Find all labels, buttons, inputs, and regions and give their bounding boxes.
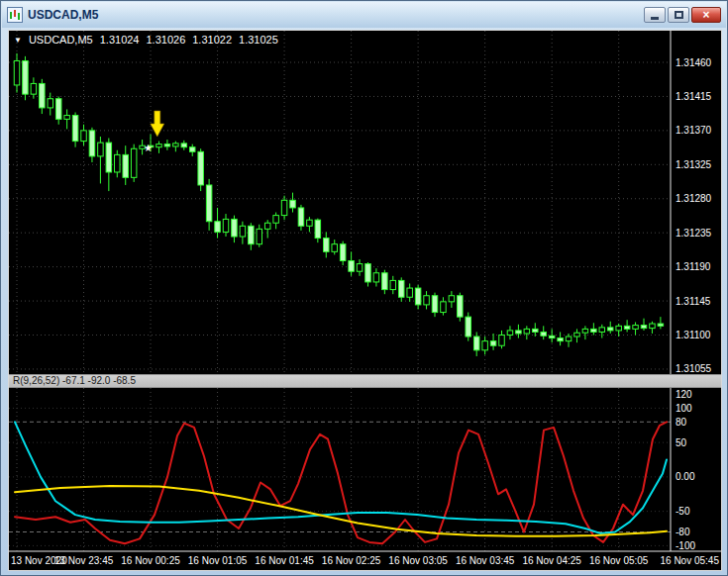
time-tick-label[interactable]: 16 Nov 05:05 (589, 555, 649, 566)
chevron-down-icon[interactable]: ▼ (14, 36, 22, 45)
indicator-label: R(9,26,52) -67.1 -92.0 -68.5 (13, 375, 136, 386)
candle-body (81, 131, 87, 142)
candle-body (31, 83, 36, 94)
candle-body (482, 341, 488, 350)
candle-body (232, 219, 238, 237)
candle-body (357, 264, 363, 272)
time-tick-label[interactable]: 16 Nov 03:05 (388, 555, 448, 566)
title-bar[interactable]: USDCAD,M5 × (2, 2, 726, 28)
candle-body (240, 226, 246, 237)
candle-body (558, 338, 564, 341)
minimize-button[interactable] (644, 7, 666, 23)
candle-body (365, 264, 371, 282)
price-tick-label[interactable]: 1.31190 (676, 261, 711, 272)
candle-body (64, 116, 70, 120)
time-tick-label[interactable]: 16 Nov 01:05 (188, 555, 248, 566)
candle-body (40, 83, 46, 107)
maximize-button[interactable] (668, 7, 689, 23)
candle-body (541, 332, 547, 336)
candle-body (189, 147, 195, 152)
candle-body (449, 296, 455, 302)
candle-body (533, 329, 539, 332)
candle-body (390, 280, 396, 289)
candle-body (14, 60, 20, 84)
oscillator-tick-label[interactable]: -100 (676, 540, 695, 551)
price-tick-label[interactable]: 1.31325 (676, 159, 712, 170)
oscillator-tick-label[interactable]: 0.00 (676, 471, 695, 482)
candle-body (549, 336, 555, 337)
candle-body (106, 143, 112, 172)
star-marker-icon[interactable]: ★ (144, 143, 153, 153)
oscillator-tick-label[interactable]: 80 (676, 417, 687, 428)
candle-body (273, 216, 279, 224)
candle-body (123, 154, 129, 177)
down-arrow-marker-icon[interactable] (151, 111, 164, 137)
candle-body (499, 336, 505, 346)
quote-close: 1.31025 (239, 34, 278, 46)
candle-body (249, 226, 255, 243)
candle-body (432, 296, 438, 313)
candle-body (324, 239, 330, 252)
time-tick-label[interactable]: 16 Nov 02:25 (322, 555, 381, 566)
candle-body (658, 324, 664, 326)
candle-body (441, 302, 447, 313)
candle-body (72, 116, 78, 142)
candle-body (407, 288, 413, 297)
candle-body (574, 333, 580, 336)
quote-open: 1.31024 (100, 34, 140, 46)
quote-high: 1.31026 (146, 34, 185, 46)
price-tick-label[interactable]: 1.31145 (676, 296, 711, 307)
candle-body (290, 200, 296, 208)
price-tick-label[interactable]: 1.31460 (676, 57, 712, 68)
chart-area[interactable]: ▼ USDCAD,M5 1.31024 1.31026 1.31022 1.31… (8, 30, 722, 571)
candle-body (633, 326, 639, 330)
candle-body (206, 185, 212, 222)
time-tick-label[interactable]: 13 Nov 23:45 (54, 555, 114, 566)
time-tick-label[interactable]: 16 Nov 00:25 (121, 555, 180, 566)
candle-body (281, 200, 287, 215)
price-tick-label[interactable]: 1.31055 (676, 363, 712, 374)
time-tick-label[interactable]: 16 Nov 04:25 (522, 555, 581, 566)
candle-body (490, 341, 496, 346)
price-tick-label[interactable]: 1.31370 (676, 125, 712, 136)
candle-body (398, 280, 404, 297)
candle-body (458, 296, 464, 317)
time-tick-label[interactable]: 16 Nov 03:45 (456, 555, 515, 566)
oscillator-tick-label[interactable]: 120 (676, 389, 692, 400)
price-tick-label[interactable]: 1.31235 (676, 228, 712, 239)
candle-body (340, 244, 346, 261)
maximize-icon (675, 11, 683, 19)
oscillator-tick-label[interactable]: -50 (676, 506, 690, 517)
candle-body (616, 326, 622, 331)
price-tick-label[interactable]: 1.31280 (676, 193, 712, 204)
oscillator-tick-label[interactable]: -80 (676, 527, 690, 537)
candle-body (215, 222, 221, 233)
candle-body (164, 144, 170, 146)
candle-body (566, 336, 572, 341)
window-controls: × (644, 7, 721, 23)
indicator-pane-separator[interactable]: R(9,26,52) -67.1 -92.0 -68.5 (9, 374, 721, 388)
candle-body (466, 317, 471, 336)
candle-body (257, 229, 262, 243)
candle-body (315, 220, 321, 238)
quote-low: 1.31022 (192, 34, 232, 46)
chart-window: USDCAD,M5 × ▼ USDCAD,M5 1.31024 1.31026 … (0, 0, 728, 576)
window-title: USDCAD,M5 (28, 8, 98, 22)
candle-body (516, 331, 522, 334)
candle-body (591, 329, 597, 332)
time-tick-label[interactable]: 16 Nov 05:45 (661, 555, 720, 566)
price-chart-svg[interactable]: 1.314601.314151.313701.313251.312801.312… (9, 31, 721, 570)
quote-header: ▼ USDCAD,M5 1.31024 1.31026 1.31022 1.31… (14, 34, 278, 46)
candle-body (641, 326, 647, 329)
price-tick-label[interactable]: 1.31415 (676, 91, 712, 102)
candle-body (223, 219, 229, 232)
oscillator-tick-label[interactable]: 100 (676, 403, 692, 414)
candle-body (650, 324, 656, 329)
candle-body (198, 151, 204, 185)
close-button[interactable]: × (691, 7, 721, 23)
price-tick-label[interactable]: 1.31100 (676, 330, 711, 340)
time-tick-label[interactable]: 16 Nov 01:45 (255, 555, 314, 566)
candle-body (332, 244, 338, 252)
candle-body (307, 220, 313, 226)
oscillator-tick-label[interactable]: 50 (676, 437, 687, 448)
